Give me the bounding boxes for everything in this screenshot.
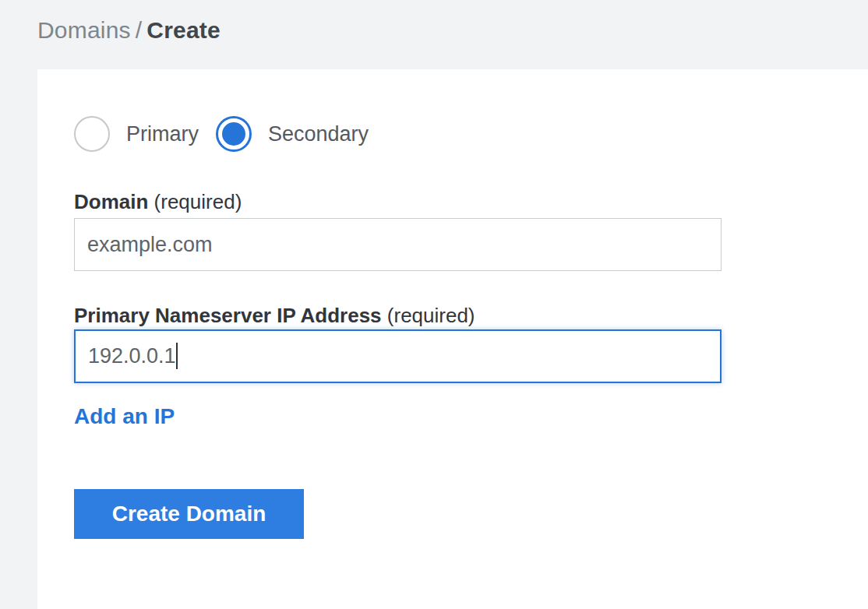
radio-primary-control[interactable] [74,116,110,152]
breadcrumb-current-create: Create [146,17,221,43]
breadcrumb-domains-link[interactable]: Domains [37,17,131,43]
ip-input-wrapper [74,329,722,383]
page: { "colors": { "background": "#f2f3f5", "… [0,0,868,609]
radio-secondary-label[interactable]: Secondary [268,122,369,146]
radio-secondary-control[interactable] [216,116,252,152]
page-header: Domains/Create [0,0,868,69]
text-cursor [176,343,178,369]
ip-required-note: (required) [387,304,475,327]
radio-selected-dot [222,122,245,146]
ip-input[interactable] [74,329,722,383]
radio-option-primary[interactable]: Primary [74,116,199,152]
ip-label-text: Primary Nameserver IP Address [74,304,382,327]
domain-input[interactable] [74,218,722,271]
create-domain-button[interactable]: Create Domain [74,489,304,539]
radio-option-secondary[interactable]: Secondary [216,116,369,152]
domain-label-text: Domain [74,190,148,213]
domain-required-note: (required) [154,190,242,213]
domain-field-label: Domain (required) [74,192,868,213]
ip-field-label: Primary Nameserver IP Address (required) [74,305,868,326]
add-ip-link[interactable]: Add an IP [74,403,175,429]
breadcrumb: Domains/Create [37,16,868,44]
breadcrumb-separator: / [131,17,147,43]
radio-primary-label[interactable]: Primary [126,122,199,146]
create-domain-card: Primary Secondary Domain (required) Prim… [37,69,868,609]
domain-type-radio-group: Primary Secondary [74,116,868,152]
